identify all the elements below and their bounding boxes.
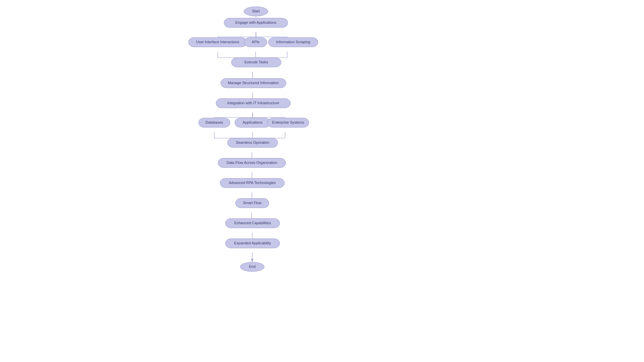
node-enterprise-label: Enterprise Systems <box>272 120 304 124</box>
node-end-label: End <box>249 264 256 268</box>
node-scraping-label: Information Scraping <box>276 40 310 44</box>
node-manage-label: Manage Structured Information <box>228 81 279 85</box>
node-engage-label: Engage with Applications <box>235 20 277 24</box>
node-start-label: Start <box>252 9 260 13</box>
node-databases-label: Databases <box>206 120 223 124</box>
node-applications-label: Applications <box>243 120 263 124</box>
flowchart-container: Start Engage with Applications User Inte… <box>0 0 644 362</box>
node-enhanced-label: Enhanced Capabilities <box>234 221 271 225</box>
node-dataflow-label: Data Flow Across Organization <box>226 161 277 165</box>
node-expanded-label: Expanded Applicability <box>234 241 271 245</box>
node-execute-label: Execute Tasks <box>245 60 268 64</box>
node-apis-label: APIs <box>252 40 260 44</box>
node-seamless-label: Seamless Operation <box>236 140 269 144</box>
node-ui-label: User Interface Interactions <box>196 40 239 44</box>
node-integration-label: Integration with IT Infrastructure <box>227 101 279 105</box>
node-advanced-label: Advanced RPA Technologies <box>229 181 276 185</box>
node-smartflow-label: Smart Flow <box>243 201 262 205</box>
